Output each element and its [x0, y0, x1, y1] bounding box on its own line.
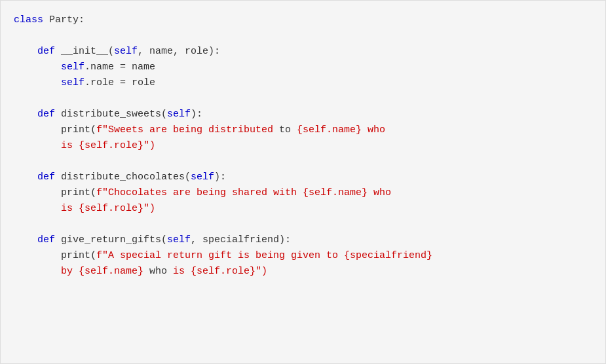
line-gifts-print-1: print(f"A special return gift is being g…: [14, 248, 592, 264]
line-self-name: self.name = name: [14, 60, 592, 75]
line-self-role: self.role = role: [14, 75, 592, 91]
code-editor: class Party: def __init__(self, name, ro…: [0, 0, 606, 364]
empty-line-2: [14, 91, 592, 107]
line-sweets-print-2: is {self.role}"): [14, 138, 592, 154]
line-chocolates-print-2: is {self.role}"): [14, 201, 592, 217]
line-sweets-print-1: print(f"Sweets are being distributed to …: [14, 122, 592, 138]
line-give-gifts-def: def give_return_gifts(self, specialfrien…: [14, 232, 592, 248]
line-class-party: class Party:: [14, 12, 592, 28]
empty-line-3: [14, 154, 592, 170]
empty-line-4: [14, 217, 592, 232]
line-init-def: def __init__(self, name, role):: [14, 44, 592, 60]
empty-line-1: [14, 28, 592, 44]
line-gifts-print-2: by {self.name} who is {self.role}"): [14, 264, 592, 280]
line-distribute-sweets-def: def distribute_sweets(self):: [14, 107, 592, 122]
line-chocolates-print-1: print(f"Chocolates are being shared with…: [14, 185, 592, 201]
line-distribute-chocolates-def: def distribute_chocolates(self):: [14, 170, 592, 185]
